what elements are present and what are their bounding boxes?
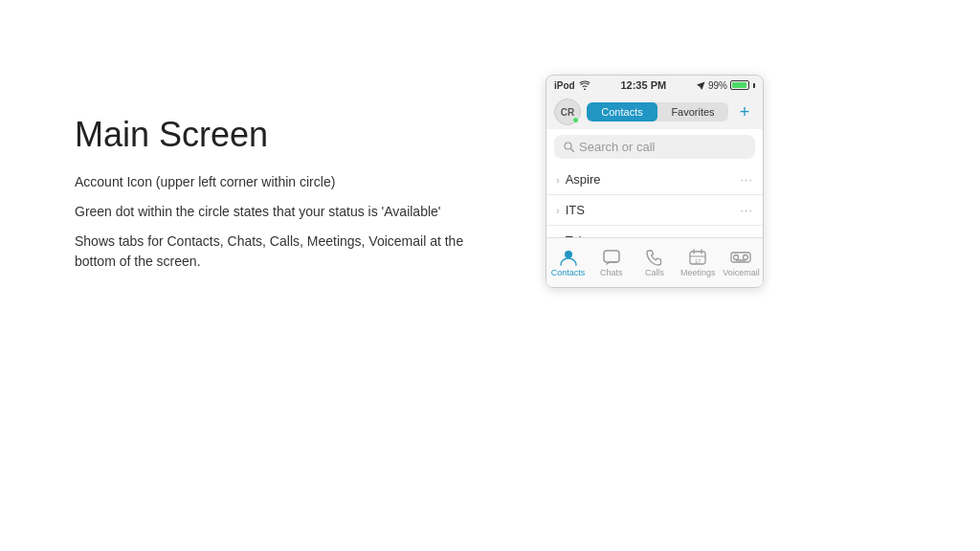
bottom-tab-chats[interactable]: Chats [590,245,633,281]
chats-tab-icon [602,249,621,266]
device-label: iPod [554,80,575,91]
voicemail-tab-label: Voicemail [723,268,760,277]
page-title: Main Screen [75,115,477,155]
contact-left: › Aspire [556,172,601,187]
chevron-right-icon: › [556,174,560,186]
device-name: iPod [554,80,590,91]
tab-favorites[interactable]: Favorites [657,102,728,121]
phone-mockup: iPod 12:35 PM 99% CR [546,75,764,288]
chevron-right-icon: › [556,205,560,216]
svg-text:17: 17 [695,257,702,263]
svg-point-0 [565,143,571,149]
svg-rect-3 [604,251,619,262]
avatar-initials: CR [561,107,574,118]
contact-row[interactable]: › ITS ··· [546,195,763,226]
nav-bar: CR Contacts Favorites + [546,95,763,129]
bottom-tab-meetings[interactable]: 17 Meetings [677,245,720,281]
status-bar: iPod 12:35 PM 99% [546,76,763,95]
status-right: 99% [697,80,755,91]
contacts-tab-label: Contacts [551,268,586,277]
chats-tab-label: Chats [600,268,623,277]
search-bar: Search or call [546,129,763,165]
search-icon [564,142,574,152]
tabs-group: Contacts Favorites [587,102,728,121]
calls-tab-label: Calls [645,268,664,277]
search-placeholder: Search or call [579,140,655,154]
more-dots-icon[interactable]: ··· [740,172,753,187]
voicemail-tab-icon [730,249,751,266]
contact-name: ITS [566,203,585,217]
wifi-icon [579,80,590,90]
svg-line-1 [571,149,574,152]
bottom-tab-contacts[interactable]: Contacts [546,245,590,281]
bottom-tab-voicemail[interactable]: Voicemail [720,245,763,281]
bottom-tab-calls[interactable]: Calls [633,245,676,281]
svg-point-11 [744,254,748,259]
add-contact-button[interactable]: + [734,101,755,122]
tab-contacts[interactable]: Contacts [587,102,657,121]
svg-point-2 [565,251,572,258]
contact-left: › ITS [556,203,585,217]
battery-percent: 99% [708,80,727,91]
description-2: Green dot within the circle states that … [75,202,477,222]
description-3: Shows tabs for Contacts, Chats, Calls, M… [75,231,477,272]
status-time: 12:35 PM [620,79,666,91]
meetings-tab-icon: 17 [688,249,707,266]
bottom-tab-bar: Contacts Chats Calls 17 Meetings [546,237,763,287]
status-dot [572,117,579,123]
calls-tab-icon [645,249,664,266]
contact-row[interactable]: › Aspire ··· [546,165,763,195]
battery-tip [753,83,755,88]
meetings-tab-label: Meetings [680,268,716,277]
avatar[interactable]: CR [554,99,581,125]
battery-icon [730,80,749,90]
description-1: Account Icon (upper left corner within c… [75,172,477,192]
svg-point-10 [734,254,739,259]
search-input-wrap[interactable]: Search or call [554,135,755,159]
contacts-tab-icon [559,249,578,266]
contact-name: Aspire [566,172,601,187]
location-icon [697,81,705,90]
more-dots-icon[interactable]: ··· [740,203,753,217]
